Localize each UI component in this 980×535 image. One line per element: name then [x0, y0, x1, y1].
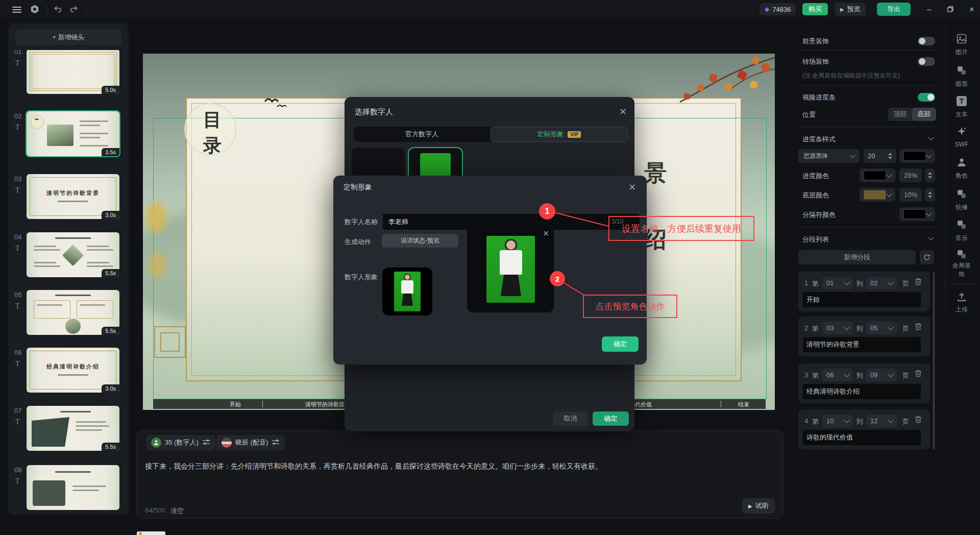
image-icon[interactable] [955, 33, 968, 45]
segment-title-input[interactable]: 开始 [803, 292, 921, 307]
segment-to-select[interactable]: 02 [866, 277, 897, 289]
segment-title-input[interactable]: 诗歌的现代价值 [803, 430, 921, 445]
segment-title-input[interactable]: 清明节的诗歌背景 [803, 337, 921, 352]
close-icon[interactable]: ✕ [619, 107, 627, 116]
position-top-option[interactable]: 顶部 [888, 108, 912, 121]
export-button[interactable]: 导出 [877, 3, 911, 16]
script-text-input[interactable]: 接下来，我会分三部分讲：先介绍清明节和诗歌的关系，再赏析几首经典作品，最后探讨这… [145, 460, 768, 472]
menu-icon[interactable] [12, 5, 21, 14]
shot-thumbnail-selected[interactable]: 3.5s [27, 111, 119, 156]
credits-chip[interactable]: ◆ 74836 [760, 3, 796, 15]
cancel-button[interactable]: 取消 [553, 411, 588, 426]
person-icon[interactable] [955, 156, 968, 168]
app-logo-icon[interactable] [30, 4, 40, 16]
action-state-button[interactable]: 说话状态-预览 [382, 234, 458, 248]
add-segment-button[interactable]: 新增分段 [798, 250, 916, 264]
shot-thumbnail[interactable] [27, 465, 119, 510]
position-label: 位置 [802, 110, 816, 119]
close-icon[interactable]: ✕ [965, 3, 979, 16]
rail-item-carousel[interactable]: 轮播 [948, 203, 975, 212]
segment-title-input[interactable]: 经典清明诗歌介绍 [803, 384, 921, 399]
rail-item-upload[interactable]: 上传 [948, 305, 975, 314]
segment-to-select[interactable]: 09 [866, 369, 897, 381]
rail-item-swf[interactable]: SWF [948, 141, 975, 148]
music-icon[interactable] [955, 218, 968, 231]
segment-to-select[interactable]: 05 [866, 322, 897, 334]
scrollbar[interactable] [933, 272, 935, 449]
font-color-select[interactable] [899, 149, 935, 163]
shapes-icon[interactable] [955, 64, 968, 77]
shot-thumbnail[interactable]: 5.5s [27, 232, 119, 277]
rail-item-shapes[interactable]: 图形 [948, 80, 975, 88]
rail-item-text[interactable]: 文本 [948, 110, 975, 119]
segment-from-select[interactable]: 10 [822, 415, 853, 427]
segment-label: 到 [856, 371, 863, 380]
refresh-segments-button[interactable] [920, 250, 934, 264]
progress-percent-stepper[interactable] [925, 168, 935, 182]
font-select[interactable]: 思源黑体 [798, 149, 860, 163]
shot-thumbnail[interactable]: 5.0s [27, 50, 119, 94]
foreground-decor-toggle[interactable] [918, 37, 935, 45]
segment-index: 1 [804, 279, 808, 287]
progress-percent-value[interactable]: 25% [899, 168, 922, 182]
voice-chip[interactable]: 晓辰 (配音) [216, 435, 285, 450]
separator-color-select[interactable] [899, 207, 935, 221]
rail-item-image[interactable]: 图片 [948, 48, 975, 57]
transition-decor-toggle[interactable] [918, 57, 935, 66]
delete-segment-icon[interactable] [915, 323, 922, 332]
progress-bar-toggle[interactable] [918, 93, 935, 102]
shot-thumbnail[interactable]: 经典清明诗歌介绍 3.0s [27, 348, 119, 393]
listen-button[interactable]: ▶ 试听 [742, 498, 775, 514]
font-size-stepper[interactable]: 20 [864, 149, 896, 163]
close-icon[interactable]: ✕ [628, 183, 636, 192]
base-percent-stepper[interactable] [925, 188, 935, 202]
rail-item-global-decor[interactable]: 全局装饰 [952, 261, 971, 279]
chevron-down-icon[interactable] [928, 134, 934, 140]
decoration [87, 265, 113, 267]
progress-color-select[interactable] [860, 168, 895, 182]
position-bottom-option[interactable]: 底部 [912, 108, 936, 121]
shot-type-label: T [15, 124, 20, 132]
magic-star-icon[interactable] [955, 126, 968, 138]
delete-segment-icon[interactable] [915, 278, 922, 287]
confirm-button[interactable]: 确定 [602, 336, 639, 352]
rail-item-music[interactable]: 音乐 [948, 234, 975, 242]
delete-segment-icon[interactable] [915, 416, 922, 425]
minimize-icon[interactable]: ─ [922, 3, 936, 16]
delete-segment-icon[interactable] [915, 370, 922, 379]
buy-button[interactable]: 购买 [802, 3, 828, 15]
segment-from-select[interactable]: 03 [822, 322, 853, 334]
tab-custom[interactable]: 定制形象 VIP [491, 127, 628, 142]
restore-icon[interactable] [943, 3, 958, 16]
sliders-icon[interactable] [202, 439, 210, 447]
rail-item-character[interactable]: 角色 [948, 172, 975, 180]
redo-icon[interactable] [69, 5, 79, 15]
remove-avatar-icon[interactable]: ✕ [543, 230, 549, 238]
tab-official[interactable]: 官方数字人 [354, 127, 491, 142]
preview-button[interactable]: ▶ 预览 [835, 3, 866, 16]
decoration [87, 249, 113, 251]
undo-icon[interactable] [53, 5, 62, 15]
digital-human-chip[interactable]: 35 (数字人) [146, 435, 215, 450]
avatar-preview-card[interactable]: ✕ [467, 226, 554, 312]
toc-character: 目 [203, 108, 222, 133]
global-decor-icon[interactable] [955, 248, 968, 260]
sliders-icon[interactable] [272, 439, 280, 447]
progress-bar-label: 视频进度条 [802, 93, 836, 102]
carousel-icon[interactable] [955, 188, 968, 200]
shot-thumbnail[interactable]: 清明节的诗歌背景 3.0s [27, 174, 119, 219]
segment-from-select[interactable]: 01 [822, 277, 853, 289]
text-icon[interactable]: T [955, 95, 968, 107]
base-color-select[interactable] [860, 188, 895, 202]
upload-icon[interactable] [955, 291, 968, 303]
segment-from-select[interactable]: 06 [822, 369, 853, 381]
chevron-down-icon[interactable] [928, 234, 934, 240]
shot-thumbnail[interactable]: 5.5s [27, 406, 119, 451]
shot-thumbnail[interactable]: 5.5s [27, 290, 119, 335]
avatar-thumb-card[interactable] [382, 268, 432, 315]
confirm-button[interactable]: 确定 [593, 411, 629, 426]
clear-button[interactable]: 清空 [170, 506, 184, 516]
add-shot-button[interactable]: + 新增镜头 [15, 30, 121, 45]
base-percent-value[interactable]: 10% [899, 188, 922, 202]
segment-to-select[interactable]: 12 [866, 415, 897, 427]
